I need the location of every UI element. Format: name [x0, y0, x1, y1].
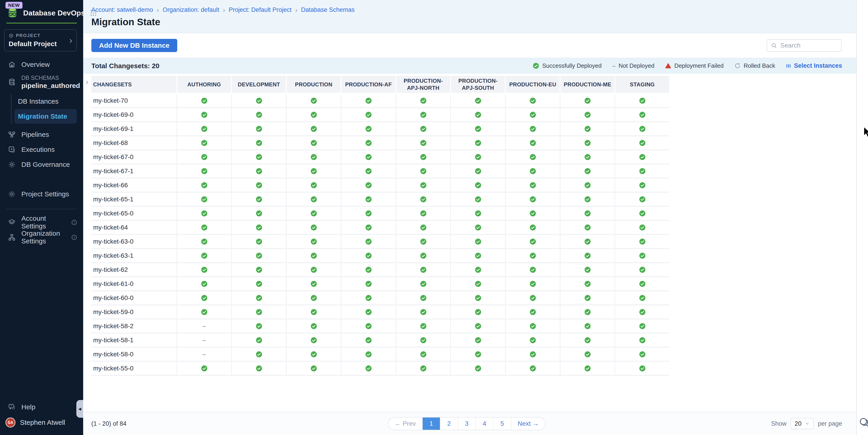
status-cell — [286, 108, 341, 122]
status-deployed-icon — [584, 182, 591, 189]
sidebar-item-executions[interactable]: Executions — [0, 142, 83, 157]
status-cell — [176, 164, 231, 179]
status-cell — [450, 221, 505, 235]
status-deployed-icon — [201, 97, 208, 104]
status-cell — [231, 277, 286, 291]
breadcrumb-link[interactable]: Database Schemas — [301, 6, 355, 13]
pipelines-icon — [8, 131, 16, 138]
status-deployed-icon — [639, 97, 646, 104]
db-schemas-label: DB SCHEMAS — [21, 74, 80, 81]
breadcrumb-separator: › — [295, 7, 298, 13]
project-selector[interactable]: PROJECT Default Project › — [4, 29, 77, 51]
sidebar-item-db-instances[interactable]: DB Instances — [14, 94, 77, 108]
status-deployed-icon — [639, 365, 646, 372]
status-deployed-icon — [639, 210, 646, 217]
status-cell — [231, 221, 286, 235]
status-deployed-icon — [310, 97, 317, 104]
user-menu[interactable]: SA Stephen Atwell — [0, 414, 83, 431]
prev-page-button[interactable]: ← Prev — [388, 417, 422, 430]
next-page-button[interactable]: Next → — [511, 417, 545, 430]
info-icon[interactable] — [71, 234, 77, 241]
status-cell — [231, 348, 286, 362]
page-button-2[interactable]: 2 — [440, 417, 458, 430]
status-cell — [231, 94, 286, 108]
nav-label: Pipelines — [21, 131, 49, 138]
status-deployed-icon — [256, 365, 262, 372]
status-cell — [286, 348, 341, 362]
status-deployed-icon — [529, 337, 536, 344]
status-deployed-icon — [201, 196, 208, 203]
breadcrumb-link[interactable]: Project: Default Project — [229, 6, 291, 13]
status-cell — [614, 179, 669, 193]
sidebar-item-db-governance[interactable]: DB Governance — [0, 157, 83, 172]
status-deployed-icon — [420, 238, 427, 245]
status-cell — [231, 164, 286, 179]
breadcrumb-link[interactable]: Organization: default — [163, 6, 219, 13]
table-row: my-ticket-61-0 — [91, 277, 669, 291]
status-deployed-icon — [365, 238, 372, 245]
status-cell — [341, 306, 395, 319]
page-button-5[interactable]: 5 — [493, 417, 511, 430]
status-deployed-icon — [365, 224, 372, 231]
status-deployed-icon — [475, 210, 482, 217]
page-button-1[interactable]: 1 — [422, 417, 440, 430]
sidebar-item-migration-state[interactable]: Migration State — [14, 109, 77, 124]
status-deployed-icon — [365, 351, 372, 358]
sidebar-item-project-settings[interactable]: Project Settings — [0, 187, 83, 201]
status-deployed-icon — [256, 337, 262, 344]
status-deployed-icon — [639, 182, 646, 189]
status-cell — [614, 249, 669, 263]
support-chat-icon[interactable] — [859, 416, 868, 428]
status-cell — [614, 221, 669, 235]
status-deployed-icon — [639, 351, 646, 358]
status-cell — [286, 221, 341, 235]
table-row: my-ticket-67-1 — [91, 164, 669, 179]
status-deployed-icon — [639, 196, 646, 203]
column-header: CHANGESETS — [91, 76, 176, 94]
info-icon[interactable] — [71, 219, 77, 225]
select-instances-button[interactable]: Select Instances — [785, 62, 842, 69]
page-button-4[interactable]: 4 — [475, 417, 493, 430]
status-deployed-icon — [584, 168, 591, 175]
status-not-deployed-icon: – — [203, 351, 206, 358]
sidebar-item-overview[interactable]: Overview — [0, 57, 83, 72]
changeset-name: my-ticket-65-1 — [91, 193, 176, 207]
column-header: PRODUCTION-EU — [505, 76, 560, 94]
add-db-instance-button[interactable]: Add New DB Instance — [91, 39, 177, 52]
status-deployed-icon — [420, 182, 427, 189]
status-cell — [395, 221, 450, 235]
changeset-name: my-ticket-58-2 — [91, 319, 176, 334]
sidebar-collapse-handle[interactable]: ◀ — [76, 400, 83, 418]
status-deployed-icon — [529, 238, 536, 245]
status-deployed-icon — [584, 365, 591, 372]
table-row: my-ticket-65-1 — [91, 193, 669, 207]
app-title: Database DevOps — [23, 9, 85, 17]
status-deployed-icon — [584, 351, 591, 358]
status-deployed-icon — [365, 196, 372, 203]
status-cell — [176, 235, 231, 249]
sidebar-item-organization-settings[interactable]: Organization Settings — [0, 230, 83, 245]
apps-grid-icon[interactable] — [90, 9, 97, 17]
footer: (1 - 20) of 84 ← Prev 12345Next → Show 2… — [83, 412, 856, 435]
status-deployed-icon — [310, 196, 317, 203]
page-button-3[interactable]: 3 — [458, 417, 475, 430]
sidebar-item-help[interactable]: ? Help — [0, 400, 83, 414]
status-cell — [560, 179, 614, 193]
status-deployed-icon — [420, 365, 427, 372]
status-cell — [395, 277, 450, 291]
status-cell — [176, 249, 231, 263]
status-cell — [505, 122, 560, 136]
sidebar-item-db-schemas[interactable]: DB SCHEMAS pipeline_authored › — [0, 72, 83, 92]
status-cell — [614, 207, 669, 221]
deployment-failed-icon — [665, 62, 672, 69]
page-size-select[interactable]: 20 — [790, 418, 814, 429]
sidebar-item-pipelines[interactable]: Pipelines — [0, 127, 83, 142]
status-cell — [341, 221, 395, 235]
status-cell — [450, 319, 505, 334]
breadcrumb-link[interactable]: Account: satwell-demo — [91, 6, 153, 13]
sidebar-item-account-settings[interactable]: Account Settings — [0, 215, 83, 230]
search-input[interactable] — [780, 42, 838, 49]
status-deployed-icon — [256, 280, 262, 287]
status-deployed-icon — [201, 154, 208, 160]
status-deployed-icon — [529, 351, 536, 358]
